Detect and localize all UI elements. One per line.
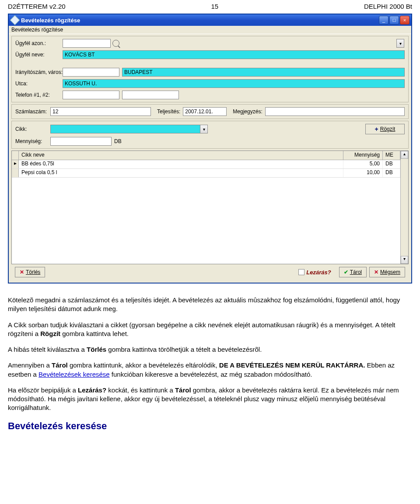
customer-group: Ügyfél azon.: ▾ Ügyfél neve: Irányítószá… xyxy=(11,36,409,102)
vertical-scrollbar[interactable]: ▴ ▾ xyxy=(400,151,408,264)
bevetelezesek-keresese-link[interactable]: Bevételezések keresése xyxy=(38,371,110,378)
ugyfel-azon-input[interactable] xyxy=(63,39,111,48)
tarol-label: Tárol xyxy=(350,269,362,275)
doc-paragraph: Amennyiben a Tárol gombra kattintunk, ak… xyxy=(8,361,412,379)
header-right: DELPHI 2000 Bt xyxy=(364,3,412,10)
minimize-button[interactable]: _ xyxy=(379,16,388,24)
teljesites-input[interactable] xyxy=(183,107,227,116)
ugyfel-azon-label: Ügyfél azon.: xyxy=(15,40,63,46)
mennyiseg-label: Mennyiség: xyxy=(15,138,50,144)
cell-name: Pepsi cola 0,5 l xyxy=(19,169,343,177)
doc-paragraph: A Cikk sorban tudjuk kiválasztani a cikk… xyxy=(8,321,412,339)
header-left: D2ÉTTEREM v2.20 xyxy=(8,3,66,10)
section-heading: Bevételezés keresése xyxy=(8,420,412,433)
cell-qty: 5,00 xyxy=(343,160,383,168)
window-title: Bevételezés rögzítése xyxy=(21,17,379,24)
utca-label: Utca: xyxy=(15,80,63,87)
szamlaszam-label: Számlaszám: xyxy=(15,108,50,115)
table-row[interactable]: ▸ BB édes 0,75l 5,00 DB xyxy=(12,160,400,169)
szamlaszam-input[interactable] xyxy=(50,107,151,116)
tarol-button[interactable]: ✔ Tárol xyxy=(339,267,367,277)
megjegyzes-input[interactable] xyxy=(265,107,405,116)
irsz-label: Irányítószám, város: xyxy=(15,69,63,75)
torles-label: Törlés xyxy=(26,269,40,275)
tel1-input[interactable] xyxy=(63,91,119,99)
lezaras-label: Lezárás? xyxy=(306,269,331,276)
megsem-label: Mégsem xyxy=(380,269,400,275)
irsz-input[interactable] xyxy=(63,68,119,77)
cikk-dropdown-button[interactable]: ▾ xyxy=(200,125,208,133)
header-page-number: 15 xyxy=(211,3,218,10)
app-icon xyxy=(10,15,20,25)
torles-button[interactable]: ✕ Törlés xyxy=(15,267,45,277)
megsem-button[interactable]: ✕ Mégsem xyxy=(369,267,405,277)
x-icon: ✕ xyxy=(20,269,24,275)
close-button[interactable]: × xyxy=(400,16,410,24)
app-window: Bevételezés rögzítése _ □ × Bevételezés … xyxy=(8,14,412,284)
ugyfel-neve-input[interactable] xyxy=(63,50,405,59)
search-icon[interactable] xyxy=(112,40,119,47)
cell-me: DB xyxy=(383,169,400,177)
cikk-label: Cikk: xyxy=(15,126,50,132)
col-header-qty[interactable]: Mennyiség xyxy=(343,151,383,160)
utca-input[interactable] xyxy=(63,79,405,88)
row-pointer-header xyxy=(12,151,19,160)
row-pointer-icon: ▸ xyxy=(12,160,19,168)
unit-label: DB xyxy=(114,138,122,144)
teljesites-label: Teljesítés: xyxy=(157,108,180,115)
rogzit-label: Rögzít xyxy=(380,126,396,132)
bottom-toolbar: ✕ Törlés Lezárás? ✔ Tárol ✕ Mégsem xyxy=(11,264,409,280)
table-row[interactable]: Pepsi cola 0,5 l 10,00 DB xyxy=(12,169,400,178)
doc-paragraph: Ha elõször bepipáljuk a Lezárás? kockát,… xyxy=(8,386,412,413)
titlebar[interactable]: Bevételezés rögzítése _ □ × xyxy=(9,14,411,26)
cell-name: BB édes 0,75l xyxy=(19,160,343,168)
ugyfel-neve-label: Ügyfél neve: xyxy=(15,52,63,58)
scroll-up-icon[interactable]: ▴ xyxy=(401,151,408,159)
doc-paragraph: A hibás tételt kiválasztva a Törlés gomb… xyxy=(8,345,412,354)
cikk-input[interactable] xyxy=(50,125,200,133)
plus-icon: + xyxy=(375,126,378,133)
varos-input[interactable] xyxy=(122,68,405,77)
megjegyzes-label: Megjegyzés: xyxy=(233,108,262,115)
maximize-button[interactable]: □ xyxy=(389,16,399,24)
row-pointer-icon xyxy=(12,169,19,177)
items-grid[interactable]: Cikk neve Mennyiség ME ▸ BB édes 0,75l 5… xyxy=(11,150,409,264)
invoice-group: Számlaszám: Teljesítés: Megjegyzés: xyxy=(11,104,409,119)
tel2-input[interactable] xyxy=(122,91,179,99)
cell-qty: 10,00 xyxy=(343,169,383,177)
telefon-label: Telefon #1, #2: xyxy=(15,92,63,98)
check-icon: ✔ xyxy=(344,269,348,275)
scroll-down-icon[interactable]: ▾ xyxy=(401,256,408,264)
cell-me: DB xyxy=(383,160,400,168)
item-entry-group: Cikk: ▾ + Rögzít Mennyiség: DB xyxy=(11,121,409,149)
menubar-item[interactable]: Bevételezés rögzítése xyxy=(9,26,411,34)
rogzit-button[interactable]: + Rögzít xyxy=(365,124,405,134)
col-header-name[interactable]: Cikk neve xyxy=(19,151,343,160)
dropdown-button[interactable]: ▾ xyxy=(396,39,404,48)
doc-paragraph: Kötelezõ megadni a számlaszámot és a tel… xyxy=(8,296,412,314)
doc-page-header: D2ÉTTEREM v2.20 15 DELPHI 2000 Bt xyxy=(8,3,412,10)
doc-body: Kötelezõ megadni a számlaszámot és a tel… xyxy=(8,296,412,432)
col-header-me[interactable]: ME xyxy=(383,151,400,160)
lezaras-checkbox[interactable] xyxy=(298,269,304,275)
mennyiseg-input[interactable] xyxy=(50,137,112,146)
x-icon: ✕ xyxy=(374,269,378,275)
